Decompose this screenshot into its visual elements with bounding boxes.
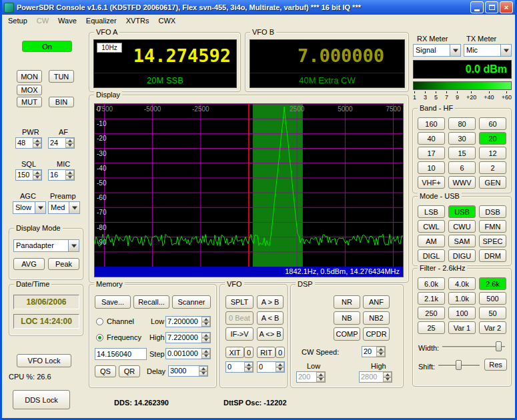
spectrum-plot[interactable]: -7500-5000-25002500500075000-10-20-30-40… <box>95 104 403 267</box>
dsp-low-spinner[interactable]: 200 <box>296 371 326 383</box>
if-to-v-button[interactable]: IF->V <box>225 327 253 341</box>
af-spinner-arrows[interactable] <box>65 138 74 148</box>
delay-arrows[interactable] <box>199 366 207 376</box>
menu-item-cw[interactable]: CW <box>32 16 53 25</box>
band-button-wwv[interactable]: WWV <box>448 176 476 189</box>
xit-spinner[interactable]: 0 <box>225 361 253 373</box>
menu-item-xvtrs[interactable]: XVTRs <box>121 16 154 25</box>
rx-meter-select[interactable]: Signal <box>413 44 461 57</box>
mode-button-sam[interactable]: SAM <box>448 235 476 247</box>
bin-button[interactable]: BIN <box>49 97 74 107</box>
band-button-gen[interactable]: GEN <box>479 176 506 189</box>
band-button-60[interactable]: 60 <box>479 117 506 130</box>
filter-shift-thumb[interactable] <box>456 360 462 370</box>
tun-button[interactable]: TUN <box>49 70 74 83</box>
menu-item-cwx[interactable]: CWX <box>154 16 181 25</box>
menu-item-setup[interactable]: Setup <box>3 16 32 25</box>
close-button[interactable]: × <box>500 1 513 13</box>
band-button-20[interactable]: 20 <box>479 132 506 145</box>
band-button-12[interactable]: 12 <box>479 147 506 159</box>
mox-button[interactable]: MOX <box>17 85 42 95</box>
filter-button-100[interactable]: 100 <box>448 307 476 319</box>
split-button[interactable]: SPLT <box>225 295 253 309</box>
xit-button[interactable]: XIT <box>225 347 244 358</box>
band-button-40[interactable]: 40 <box>418 132 445 145</box>
display-mode-select[interactable]: Panadapter <box>13 239 79 252</box>
filter-button-4-0k[interactable]: 4.0k <box>448 277 476 290</box>
delay-spinner[interactable]: 3000 <box>168 365 208 377</box>
sql-spinner[interactable]: 150 <box>15 169 42 181</box>
band-button-6[interactable]: 6 <box>448 161 476 174</box>
filter-button-2-6k[interactable]: 2.6k <box>479 277 506 290</box>
mic-spinner[interactable]: 16 <box>48 169 75 181</box>
mode-button-digu[interactable]: DIGU <box>448 249 476 262</box>
band-button-160[interactable]: 160 <box>418 117 445 130</box>
memory-recall-button[interactable]: Recall... <box>133 295 169 309</box>
nr-button[interactable]: NR <box>334 295 360 309</box>
a-swap-b-button[interactable]: A <> B <box>257 327 284 341</box>
mode-button-dsb[interactable]: DSB <box>479 205 506 218</box>
menu-item-wave[interactable]: Wave <box>53 16 81 25</box>
frequency-radio[interactable] <box>96 334 103 341</box>
memory-low-spinner[interactable]: 7.200000 <box>165 316 211 327</box>
title-bar[interactable]: PowerSDR Console v1.6.1 (KD5TFD 20060617… <box>2 0 515 15</box>
spectrum[interactable]: -7500-5000-25002500500075000-10-20-30-40… <box>94 103 404 277</box>
mut-button[interactable]: MUT <box>17 97 42 107</box>
mic-spinner-arrows[interactable] <box>65 170 74 180</box>
power-on-button[interactable]: On <box>22 41 72 52</box>
vfo-a-display[interactable]: 10Hz 14.274592 20M SSB <box>93 39 237 88</box>
rx-meter-dropdown-arrow-icon[interactable] <box>450 45 460 56</box>
vfo-lock-button[interactable]: VFO Lock <box>17 354 71 367</box>
band-button-17[interactable]: 17 <box>418 147 445 159</box>
band-button-80[interactable]: 80 <box>448 117 476 130</box>
xit-zero-button[interactable]: 0 <box>244 347 253 358</box>
filter-shift-slider[interactable] <box>438 359 480 371</box>
filter-button-250[interactable]: 250 <box>418 307 445 319</box>
memory-save-button[interactable]: Save... <box>95 295 131 309</box>
preamp-select[interactable]: Med <box>48 201 80 214</box>
agc-select[interactable]: Slow <box>13 201 46 214</box>
mode-button-digl[interactable]: DIGL <box>418 249 445 262</box>
mode-button-drm[interactable]: DRM <box>479 249 506 262</box>
time-display[interactable]: LOC 14:24:00 <box>13 314 79 329</box>
display-mode-dropdown-arrow-icon[interactable] <box>68 240 79 251</box>
sql-spinner-arrows[interactable] <box>33 170 41 180</box>
filter-button-2-1k[interactable]: 2.1k <box>418 292 445 305</box>
dds-lock-button[interactable]: DDS Lock <box>13 390 70 409</box>
b-to-a-button[interactable]: A < B <box>257 311 284 325</box>
band-button-vhf-[interactable]: VHF+ <box>418 176 445 189</box>
pwr-spinner-arrows[interactable] <box>33 138 41 148</box>
nb-button[interactable]: NB <box>334 311 360 325</box>
filter-button-var-2[interactable]: Var 2 <box>479 321 506 334</box>
tx-meter-dropdown-arrow-icon[interactable] <box>500 45 511 56</box>
avg-button[interactable]: AVG <box>13 258 45 270</box>
memory-scanner-button[interactable]: Scanner <box>172 295 211 309</box>
rit-button[interactable]: RIT <box>257 347 276 358</box>
vfo-b-display[interactable]: 7.000000 40M Extra CW <box>249 39 405 88</box>
peak-button[interactable]: Peak <box>48 258 79 270</box>
filter-button-500[interactable]: 500 <box>479 292 506 305</box>
mon-button[interactable]: MON <box>17 70 42 83</box>
filter-res-button[interactable]: Res <box>484 359 507 371</box>
memory-high-arrows[interactable] <box>201 333 210 343</box>
date-display[interactable]: 18/06/2006 <box>13 295 79 309</box>
xit-arrows[interactable] <box>244 362 253 372</box>
filter-button-1-0k[interactable]: 1.0k <box>448 292 476 305</box>
channel-radio[interactable] <box>96 318 103 325</box>
qs-button[interactable]: QS <box>95 365 116 377</box>
filter-button-6-0k[interactable]: 6.0k <box>418 277 445 290</box>
af-spinner[interactable]: 24 <box>48 137 75 149</box>
mode-button-cwu[interactable]: CWU <box>448 220 476 233</box>
filter-button-50[interactable]: 50 <box>479 307 506 319</box>
dsp-high-arrows[interactable] <box>383 372 392 382</box>
tune-step-box[interactable]: 10Hz <box>97 43 122 53</box>
minimize-button[interactable] <box>470 1 484 13</box>
mode-button-cwl[interactable]: CWL <box>418 220 445 233</box>
mode-button-lsb[interactable]: LSB <box>418 205 445 218</box>
cw-speed-spinner[interactable]: 20 <box>362 346 386 357</box>
maximize-button[interactable] <box>485 1 498 13</box>
filter-button-25[interactable]: 25 <box>418 321 445 334</box>
band-button-2[interactable]: 2 <box>479 161 506 174</box>
dsp-low-arrows[interactable] <box>316 372 325 382</box>
menu-item-equalizer[interactable]: Equalizer <box>81 16 121 25</box>
